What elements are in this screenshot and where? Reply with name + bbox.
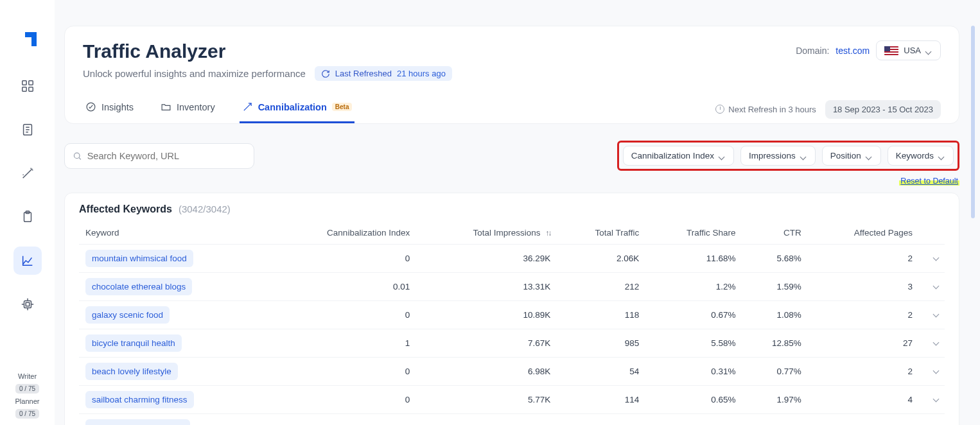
writer-label: Writer: [18, 372, 37, 380]
country-select[interactable]: USA: [876, 40, 941, 60]
country-label: USA: [904, 46, 921, 55]
col-traffic[interactable]: Total Traffic: [557, 221, 645, 245]
sidebar-item-clipboard[interactable]: [13, 203, 42, 231]
cell-ci: 1: [267, 329, 416, 358]
cell-share: 0.31%: [645, 358, 742, 386]
svg-rect-1: [28, 81, 32, 85]
chevron-down-icon: [926, 48, 932, 54]
filter-impressions[interactable]: Impressions: [740, 146, 816, 166]
tab-cannibalization[interactable]: Cannibalization Beta: [240, 95, 355, 123]
tab-inventory[interactable]: Inventory: [158, 95, 218, 123]
cell-ci: 0: [267, 245, 416, 273]
svg-rect-2: [22, 87, 26, 91]
sidebar-item-notes[interactable]: [13, 116, 42, 144]
cell-traffic: 2.06K: [557, 245, 645, 273]
cell-impressions: 4.55K: [416, 414, 557, 426]
cell-impressions: 7.67K: [416, 329, 557, 358]
sidebar-item-dashboard[interactable]: [13, 72, 42, 100]
table-count: (3042/3042): [179, 204, 231, 214]
page-scrollbar[interactable]: [971, 26, 975, 218]
cell-ctr: 5.68%: [742, 245, 807, 273]
filter-keywords[interactable]: Keywords: [888, 146, 954, 166]
expand-row-button[interactable]: [919, 245, 945, 273]
table-row: chocolate ethereal blogs0.0113.31K2121.2…: [79, 273, 945, 301]
reset-to-default-link[interactable]: Reset to Default: [899, 177, 959, 186]
chevron-down-icon: [934, 338, 938, 348]
sidebar-item-cpu[interactable]: [13, 290, 42, 318]
planner-label: Planner: [15, 397, 40, 405]
search-input[interactable]: [87, 151, 246, 161]
header-card: Traffic Analyzer Unlock powerful insight…: [64, 26, 959, 124]
search-box[interactable]: [64, 143, 254, 169]
cell-traffic: 985: [557, 329, 645, 358]
keyword-chip[interactable]: beach lovely lifestyle: [85, 363, 178, 380]
cell-traffic: 212: [557, 273, 645, 301]
col-impressions[interactable]: Total Impressions ↑↓: [416, 221, 557, 245]
sidebar-usage: Writer 0 / 75 Planner 0 / 75: [0, 372, 55, 419]
table-row: galaxy scenic food010.89K1180.67%1.08%2: [79, 301, 945, 329]
cell-ci: 0.53: [267, 414, 416, 426]
col-share[interactable]: Traffic Share: [645, 221, 742, 245]
cell-share: 0.67%: [645, 301, 742, 329]
keyword-chip[interactable]: sailboat charming fitness: [85, 391, 194, 408]
last-refreshed-badge[interactable]: Last Refreshed 21 hours ago: [315, 66, 452, 81]
table-row: beach lovely lifestyle06.98K540.31%0.77%…: [79, 358, 945, 386]
sidebar-item-analytics[interactable]: [13, 247, 42, 275]
keyword-chip[interactable]: mountain whimsical food: [85, 250, 193, 267]
keyword-chip[interactable]: mountain vibrant fitness: [85, 419, 190, 425]
svg-rect-8: [26, 302, 30, 306]
main: Traffic Analyzer Unlock powerful insight…: [64, 26, 959, 425]
expand-row-button[interactable]: [919, 414, 945, 426]
expand-row-button[interactable]: [919, 301, 945, 329]
cannibalization-icon: [242, 101, 253, 112]
svg-rect-7: [24, 301, 31, 308]
search-icon: [73, 151, 82, 161]
cell-ctr: 24.6%: [742, 414, 807, 426]
table-title: Affected Keywords: [79, 204, 172, 215]
cell-ci: 0: [267, 301, 416, 329]
keywords-table: Keyword Cannibalization Index Total Impr…: [79, 221, 945, 425]
keyword-chip[interactable]: bicycle tranquil health: [85, 334, 182, 352]
cell-pages: 3: [808, 273, 919, 301]
col-keyword[interactable]: Keyword: [79, 221, 267, 245]
expand-row-button[interactable]: [919, 386, 945, 414]
cell-ctr: 0.77%: [742, 358, 807, 386]
affected-keywords-card: Affected Keywords (3042/3042) Keyword Ca…: [64, 193, 959, 425]
cell-impressions: 10.89K: [416, 301, 557, 329]
cell-ci: 0: [267, 386, 416, 414]
expand-row-button[interactable]: [919, 273, 945, 301]
folder-icon: [161, 101, 171, 112]
cell-share: 0.65%: [645, 386, 742, 414]
planner-count: 0 / 75: [15, 409, 39, 419]
svg-point-10: [74, 153, 80, 159]
domain-value: test.com: [836, 46, 870, 56]
cell-ctr: 1.59%: [742, 273, 807, 301]
expand-row-button[interactable]: [919, 329, 945, 358]
sort-icon: ↑↓: [545, 229, 550, 238]
tab-insights[interactable]: Insights: [83, 95, 136, 123]
domain-label: Domain:: [796, 46, 829, 56]
sidebar-item-magic[interactable]: [13, 159, 42, 187]
col-pages[interactable]: Affected Pages: [808, 221, 919, 245]
refresh-label: Last Refreshed: [335, 69, 392, 78]
filter-position[interactable]: Position: [822, 146, 881, 166]
expand-row-button[interactable]: [919, 358, 945, 386]
next-refresh-label: Next Refresh in 3 hours: [728, 105, 816, 114]
cell-traffic: 54: [557, 358, 645, 386]
cell-pages: 27: [808, 329, 919, 358]
col-ci[interactable]: Cannibalization Index: [267, 221, 416, 245]
cell-traffic: 118: [557, 301, 645, 329]
filter-cannibalization-index[interactable]: Cannibalization Index: [623, 146, 734, 166]
cell-share: 6.35%: [645, 414, 742, 426]
table-row: bicycle tranquil health17.67K9855.58%12.…: [79, 329, 945, 358]
page-subtitle: Unlock powerful insights and maximize pe…: [83, 68, 306, 79]
date-range-pill[interactable]: 18 Sep 2023 - 15 Oct 2023: [825, 100, 941, 119]
keyword-chip[interactable]: galaxy scenic food: [85, 306, 170, 324]
keyword-chip[interactable]: chocolate ethereal blogs: [85, 278, 192, 295]
col-ctr[interactable]: CTR: [742, 221, 807, 245]
insights-icon: [85, 101, 96, 112]
cell-traffic: 1.12K: [557, 414, 645, 426]
refresh-icon: [321, 69, 330, 78]
cell-impressions: 5.77K: [416, 386, 557, 414]
cell-pages: 2: [808, 245, 919, 273]
